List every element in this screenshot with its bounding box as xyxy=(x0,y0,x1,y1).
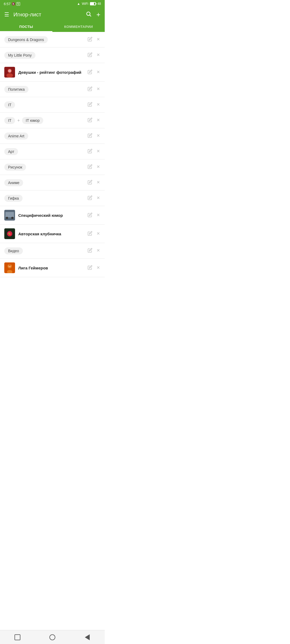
delete-button[interactable] xyxy=(96,149,100,154)
community-name: Девушки - рейтинг фотографий xyxy=(18,70,81,75)
item-actions xyxy=(88,133,100,139)
list-item: IT xyxy=(0,97,105,113)
item-content: IT + IT юмор xyxy=(4,117,85,124)
edit-button[interactable] xyxy=(88,195,92,201)
item-actions xyxy=(88,180,100,185)
delete-button[interactable] xyxy=(96,196,100,201)
app-bar-title: Игнор-лист xyxy=(13,12,86,18)
edit-button[interactable] xyxy=(88,248,92,254)
item-actions xyxy=(88,164,100,170)
nfc-icon: N xyxy=(16,2,20,6)
svg-point-9 xyxy=(8,69,11,72)
battery-icon xyxy=(90,2,96,5)
community-item: 🍓 Авторская клубничка xyxy=(4,228,61,239)
edit-button[interactable] xyxy=(88,86,92,92)
list-item: Гифка xyxy=(0,191,105,206)
app-bar: ☰ Игнор-лист + xyxy=(0,8,105,21)
item-actions xyxy=(88,195,100,201)
item-actions xyxy=(88,231,100,237)
edit-button[interactable] xyxy=(88,102,92,108)
wifi-icon: WiFi xyxy=(82,2,88,6)
ignore-list: Dungeons & Dragons xyxy=(0,32,105,291)
svg-point-0 xyxy=(86,12,90,16)
delete-button[interactable] xyxy=(96,265,100,270)
community-item: Специфический юмор xyxy=(4,210,63,221)
svg-text:🍓: 🍓 xyxy=(8,232,12,236)
tab-posts[interactable]: ПОСТЫ xyxy=(0,21,52,32)
edit-button[interactable] xyxy=(88,164,92,170)
avatar: 🍓 xyxy=(4,228,15,239)
list-container: Dungeons & Dragons xyxy=(0,32,105,277)
list-item: Лига Геймеров xyxy=(0,259,105,277)
item-content: Anime Art xyxy=(4,133,85,140)
item-content: Арт xyxy=(4,148,85,155)
status-bar: 6:57 🔇 N ▲ WiFi 48 xyxy=(0,0,105,8)
item-content: Гифка xyxy=(4,195,85,202)
item-actions xyxy=(88,118,100,123)
delete-button[interactable] xyxy=(96,133,100,138)
list-item: Anime Art xyxy=(0,128,105,144)
item-actions xyxy=(88,52,100,58)
tag-chip: Арт xyxy=(4,148,18,155)
search-button[interactable] xyxy=(86,11,92,18)
svg-point-31 xyxy=(11,217,13,219)
menu-button[interactable]: ☰ xyxy=(4,12,9,17)
delete-button[interactable] xyxy=(96,37,100,42)
list-item: Аниме xyxy=(0,175,105,191)
delete-button[interactable] xyxy=(96,180,100,185)
svg-rect-29 xyxy=(5,212,14,217)
delete-button[interactable] xyxy=(96,70,100,75)
edit-button[interactable] xyxy=(88,118,92,123)
community-item: Девушки - рейтинг фотографий xyxy=(4,67,81,78)
edit-button[interactable] xyxy=(88,69,92,75)
item-actions xyxy=(88,69,100,75)
list-item: Специфический юмор xyxy=(0,206,105,225)
delete-button[interactable] xyxy=(96,87,100,92)
item-actions xyxy=(88,213,100,218)
edit-button[interactable] xyxy=(88,213,92,218)
status-time: 6:57 xyxy=(4,2,10,6)
add-button[interactable]: + xyxy=(96,11,100,18)
svg-line-1 xyxy=(90,15,91,16)
edit-button[interactable] xyxy=(88,52,92,58)
item-actions xyxy=(88,86,100,92)
list-item: Арт xyxy=(0,144,105,159)
edit-button[interactable] xyxy=(88,133,92,139)
delete-button[interactable] xyxy=(96,231,100,236)
tag-chip: Политика xyxy=(4,86,28,93)
community-name: Специфический юмор xyxy=(18,213,63,218)
item-content: My Little Pony xyxy=(4,52,85,59)
item-actions xyxy=(88,265,100,271)
item-content: Видео xyxy=(4,247,85,254)
edit-button[interactable] xyxy=(88,180,92,185)
tab-comments[interactable]: КОММЕНТАРИИ xyxy=(52,21,105,32)
item-content: Рисунок xyxy=(4,164,85,171)
community-name: Авторская клубничка xyxy=(18,232,61,236)
delete-button[interactable] xyxy=(96,102,100,107)
item-content: IT xyxy=(4,101,85,108)
item-content: Dungeons & Dragons xyxy=(4,36,85,43)
tag-chip: Видео xyxy=(4,247,23,254)
list-item: Рисунок xyxy=(0,159,105,175)
edit-button[interactable] xyxy=(88,231,92,237)
item-content: Аниме xyxy=(4,179,85,186)
item-content: Специфический юмор xyxy=(4,210,85,221)
edit-button[interactable] xyxy=(88,37,92,42)
delete-button[interactable] xyxy=(96,164,100,170)
tag-chip: My Little Pony xyxy=(4,52,35,59)
delete-button[interactable] xyxy=(96,248,100,253)
signal-icon: ▲ xyxy=(77,2,80,6)
list-item: Dungeons & Dragons xyxy=(0,32,105,47)
edit-button[interactable] xyxy=(88,149,92,154)
status-right: ▲ WiFi 48 xyxy=(77,2,101,6)
list-item: Девушки - рейтинг фотографий xyxy=(0,63,105,82)
delete-button[interactable] xyxy=(96,213,100,218)
delete-button[interactable] xyxy=(96,53,100,58)
tag-chip: Аниме xyxy=(4,179,23,186)
list-item: My Little Pony xyxy=(0,47,105,63)
edit-button[interactable] xyxy=(88,265,92,271)
item-actions xyxy=(88,37,100,42)
svg-point-8 xyxy=(6,73,13,78)
delete-button[interactable] xyxy=(96,118,100,123)
item-content: 🍓 Авторская клубничка xyxy=(4,228,85,239)
